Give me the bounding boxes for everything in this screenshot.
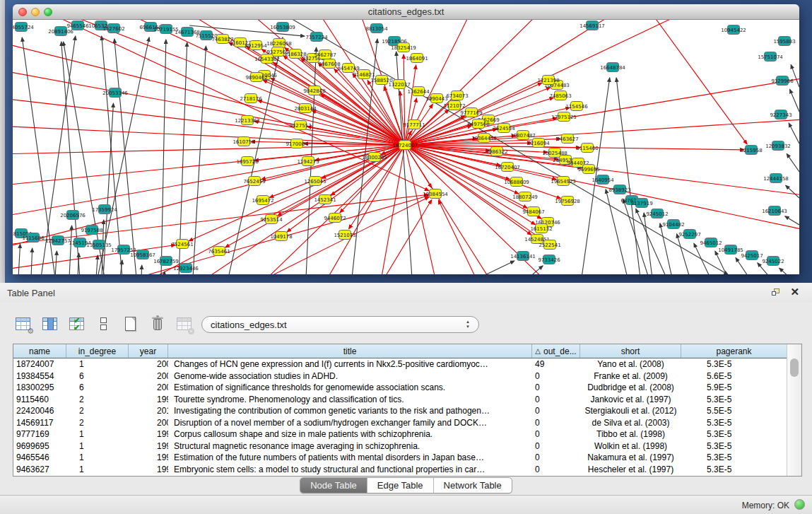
table-row[interactable]: 2242004622012Investigating the contribut…	[13, 405, 787, 417]
network-node[interactable]: 20364456	[471, 134, 497, 143]
svg-text:6734073: 6734073	[446, 93, 468, 99]
network-node[interactable]: 15751074	[758, 52, 783, 62]
network-node[interactable]: 14569117	[579, 21, 605, 30]
svg-text:13505135: 13505135	[86, 243, 112, 248]
cell-year: 2012	[129, 405, 168, 417]
network-node[interactable]: 18226058	[266, 39, 292, 48]
network-node[interactable]: 3624554	[493, 124, 515, 133]
column-header-in_degree[interactable]: in_degree	[66, 344, 129, 358]
citation-network-graph[interactable]: 1405572420891406946554610653247152760269…	[13, 20, 799, 274]
delete-table-icon[interactable]	[148, 315, 167, 334]
network-node[interactable]: 9115460	[576, 144, 598, 153]
table-row[interactable]: 969969511998Structural magnetic resonanc…	[13, 440, 787, 452]
network-node[interactable]: 9252297	[678, 230, 700, 239]
network-node[interactable]: 10945422	[721, 25, 746, 35]
network-node[interactable]: 9425017	[741, 251, 763, 260]
network-node[interactable]: 19384554	[423, 189, 448, 199]
network-node[interactable]: 8813054	[365, 24, 388, 33]
network-node[interactable]: 1610758	[233, 137, 254, 146]
network-node[interactable]: 7652459	[243, 177, 265, 186]
network-node[interactable]: 1154546	[565, 102, 588, 111]
network-node[interactable]: 16053809	[270, 23, 295, 32]
network-node[interactable]: 7485063	[549, 91, 571, 100]
network-node[interactable]: 10491785	[718, 245, 743, 255]
network-node[interactable]: 1452341	[314, 195, 336, 204]
column-header-name[interactable]: name	[13, 344, 66, 358]
network-node[interactable]: 8215958	[740, 146, 762, 155]
network-node[interactable]: 14055724	[13, 23, 34, 32]
network-node[interactable]: 14136141	[510, 252, 536, 261]
network-node[interactable]: 1362644	[407, 87, 430, 96]
network-node[interactable]: 2718176	[240, 94, 262, 103]
network-node[interactable]: 9427552	[289, 121, 311, 130]
network-node[interactable]: 9484067	[522, 207, 544, 216]
table-select-dropdown[interactable]: citations_edges.txt ▲▼	[201, 316, 479, 333]
table-row[interactable]: 946554611997Estimation of the future num…	[13, 452, 787, 464]
close-panel-icon[interactable]: ✕	[790, 286, 799, 298]
network-node[interactable]: 12444158	[763, 174, 789, 183]
tab-edge-table[interactable]: Edge Table	[367, 478, 434, 493]
network-node[interactable]: 1194275	[297, 157, 319, 166]
toggle-columns-icon[interactable]: ✔✔	[68, 315, 86, 334]
table-row[interactable]: 1830029562008Estimation of significance …	[13, 382, 787, 394]
column-header-short[interactable]: short	[580, 344, 681, 358]
column-header-out_de[interactable]: △out_de...	[532, 344, 580, 358]
network-node[interactable]: 8938923	[608, 185, 630, 194]
svg-text:1049178: 1049178	[270, 234, 292, 240]
float-panel-icon[interactable]	[772, 288, 781, 297]
svg-text:20891406: 20891406	[48, 29, 73, 35]
network-node[interactable]: 9465012	[700, 238, 722, 247]
row-height-icon[interactable]	[95, 315, 113, 334]
network-node[interactable]: 9245022	[762, 257, 784, 266]
svg-text:1115686: 1115686	[22, 235, 45, 241]
memory-ok-indicator[interactable]	[794, 499, 805, 510]
network-node[interactable]: 9329966	[771, 76, 794, 86]
scrollbar-thumb[interactable]	[790, 358, 799, 377]
table-vertical-scrollbar[interactable]	[787, 344, 801, 476]
network-node[interactable]: 9227343	[770, 110, 792, 119]
table-row[interactable]: 946362711997Embryonic stem cells: a mode…	[13, 464, 787, 476]
network-node[interactable]: 16648784	[600, 63, 625, 72]
network-node[interactable]: 9733426	[538, 255, 560, 264]
network-node[interactable]: 12093832	[765, 141, 791, 151]
network-node[interactable]: 9177711	[403, 120, 425, 129]
column-header-pagerank[interactable]: pagerank	[681, 344, 787, 358]
network-node[interactable]: 12213363	[235, 116, 260, 125]
network-node[interactable]: 18807249	[512, 192, 538, 201]
table-row[interactable]: 1938455462009Genome-wide association stu…	[13, 370, 787, 382]
table-settings-icon[interactable]: ⚙	[14, 315, 33, 334]
column-header-title[interactable]: title	[168, 344, 532, 358]
network-node[interactable]: 7357224	[305, 33, 328, 42]
new-table-icon[interactable]	[122, 315, 140, 334]
table-row[interactable]: 1872400712008Changes of HCN gene express…	[13, 358, 787, 370]
network-node[interactable]: 12923446	[173, 264, 199, 273]
network-node[interactable]: 1595883	[773, 37, 795, 46]
tab-network-table[interactable]: Network Table	[434, 478, 512, 493]
network-canvas[interactable]: 1405572420891406946554610653247152760269…	[13, 20, 799, 274]
network-node[interactable]: 20206576	[60, 211, 86, 220]
network-node[interactable]: 9253514	[260, 215, 283, 224]
network-node[interactable]: 16782759	[153, 257, 179, 266]
network-node[interactable]: 7635461	[208, 247, 230, 256]
window-titlebar[interactable]: citations_edges.txt	[13, 4, 799, 20]
cell-year: 1997	[129, 452, 168, 464]
network-node[interactable]: 6734073	[446, 91, 468, 100]
table-row[interactable]: 1456911722003Disruption of a novel membe…	[13, 417, 787, 429]
network-node[interactable]: 19654923	[551, 177, 576, 186]
tab-node-table[interactable]: Node Table	[300, 478, 367, 493]
cell-in_degree: 1	[66, 440, 129, 452]
network-node[interactable]: 9446072	[324, 214, 346, 223]
network-node[interactable]: 9104482	[662, 220, 684, 229]
network-node[interactable]: 1990443	[425, 94, 447, 103]
network-node[interactable]: 16210643	[762, 206, 787, 216]
network-node[interactable]: 9245012	[646, 209, 668, 218]
column-chooser-icon[interactable]	[41, 315, 59, 334]
table-row[interactable]: 911546021997Tourette syndrome. Phenomeno…	[13, 394, 787, 406]
column-header-year[interactable]: year	[129, 344, 168, 358]
network-view-window[interactable]: citations_edges.txt 14055724208914069465…	[13, 4, 799, 274]
table-row[interactable]: 977716911998Corpus callosum shape and si…	[13, 428, 787, 440]
network-node[interactable]: 1864091	[406, 54, 428, 63]
network-node[interactable]: 1521073	[334, 230, 355, 240]
svg-text:12213363: 12213363	[235, 118, 260, 124]
network-node[interactable]: 17359924	[92, 205, 117, 214]
